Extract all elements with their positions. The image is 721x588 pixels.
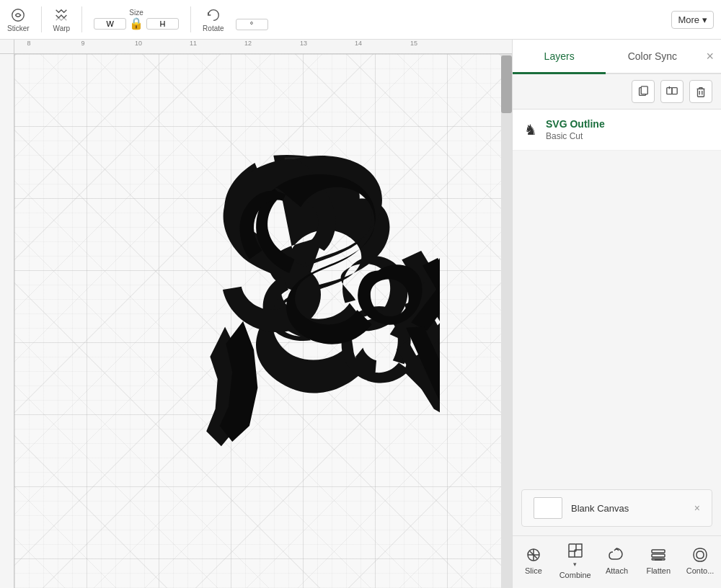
ruler-mark-11: 11 bbox=[190, 40, 197, 47]
ruler-numbers: 8 9 10 11 12 13 14 15 bbox=[29, 40, 501, 54]
sticker-tool[interactable]: Sticker bbox=[7, 7, 30, 32]
blank-canvas-label: Blank Canvas bbox=[571, 503, 629, 514]
combine-dropdown-arrow: ▾ bbox=[573, 561, 577, 568]
canvas-area[interactable]: 8 9 10 11 12 13 14 15 bbox=[0, 40, 512, 588]
blank-canvas-thumbnail bbox=[534, 497, 562, 519]
svg-point-0 bbox=[12, 9, 25, 21]
blank-canvas-close-button[interactable]: × bbox=[694, 502, 700, 514]
svg-rect-10 bbox=[652, 554, 665, 557]
main-toolbar: Sticker Warp Size 🔒 Rotate More ▾ bbox=[0, 0, 721, 40]
main-content: 8 9 10 11 12 13 14 15 bbox=[0, 40, 721, 588]
combine-button[interactable]: ▾ Combine bbox=[557, 542, 593, 579]
layer-item-svg-outline[interactable]: ♞ SVG Outline Basic Cut bbox=[513, 110, 721, 151]
blank-canvas-item[interactable]: Blank Canvas × bbox=[521, 489, 712, 527]
more-button[interactable]: More ▾ bbox=[671, 11, 714, 29]
panel-toolbar bbox=[513, 74, 721, 110]
rotate-tool[interactable]: Rotate bbox=[203, 7, 224, 32]
panel-tabs: Layers Color Sync × bbox=[513, 40, 721, 74]
ruler-corner bbox=[0, 40, 14, 54]
height-input[interactable] bbox=[146, 18, 179, 30]
tab-color-sync[interactable]: Color Sync bbox=[606, 40, 699, 74]
contour-button[interactable]: Conto... bbox=[682, 546, 718, 575]
panel-close-button[interactable]: × bbox=[699, 40, 722, 73]
ruler-mark-12: 12 bbox=[244, 40, 252, 47]
right-panel: Layers Color Sync × bbox=[512, 40, 721, 588]
flatten-button[interactable]: Flatten bbox=[640, 546, 676, 575]
canvas-grid[interactable] bbox=[14, 54, 501, 588]
divider-1 bbox=[41, 6, 42, 32]
layer-name: SVG Outline bbox=[546, 118, 605, 130]
ruler-mark-10: 10 bbox=[135, 40, 142, 47]
size-width-group: Size 🔒 bbox=[94, 9, 179, 30]
ruler-mark-8: 8 bbox=[27, 40, 30, 47]
ruler-mark-13: 13 bbox=[300, 40, 307, 47]
width-input[interactable] bbox=[94, 18, 126, 30]
ruler-mark-9: 9 bbox=[81, 40, 84, 47]
divider-2 bbox=[81, 6, 82, 32]
canvas-logo-svg bbox=[137, 141, 440, 573]
ruler-vertical bbox=[0, 40, 14, 588]
svg-rect-9 bbox=[652, 550, 665, 553]
svg-rect-2 bbox=[641, 86, 647, 94]
duplicate-layer-button[interactable] bbox=[632, 80, 655, 103]
ruler-mark-15: 15 bbox=[410, 40, 417, 47]
ruler-horizontal: 8 9 10 11 12 13 14 15 bbox=[14, 40, 512, 54]
rotate-input[interactable] bbox=[236, 19, 268, 30]
layer-type: Basic Cut bbox=[546, 131, 605, 141]
scrollbar-thumb[interactable] bbox=[501, 55, 512, 113]
warp-tool[interactable]: Warp bbox=[53, 7, 71, 32]
lock-icon[interactable]: 🔒 bbox=[129, 17, 143, 30]
tab-layers[interactable]: Layers bbox=[513, 40, 606, 74]
svg-rect-5 bbox=[698, 89, 704, 97]
panel-bottom-toolbar: Slice ▾ Combine bbox=[513, 535, 721, 588]
panel-spacer bbox=[513, 151, 721, 481]
move-layer-button[interactable] bbox=[660, 80, 684, 103]
layer-info: SVG Outline Basic Cut bbox=[546, 118, 605, 141]
delete-layer-button[interactable] bbox=[689, 80, 712, 103]
svg-rect-4 bbox=[672, 88, 677, 94]
divider-3 bbox=[190, 6, 191, 32]
slice-button[interactable]: Slice bbox=[516, 546, 552, 575]
ruler-mark-14: 14 bbox=[355, 40, 362, 47]
layer-chess-icon: ♞ bbox=[524, 121, 537, 138]
attach-button[interactable]: Attach bbox=[598, 546, 634, 575]
scrollbar-vertical[interactable] bbox=[501, 54, 512, 588]
